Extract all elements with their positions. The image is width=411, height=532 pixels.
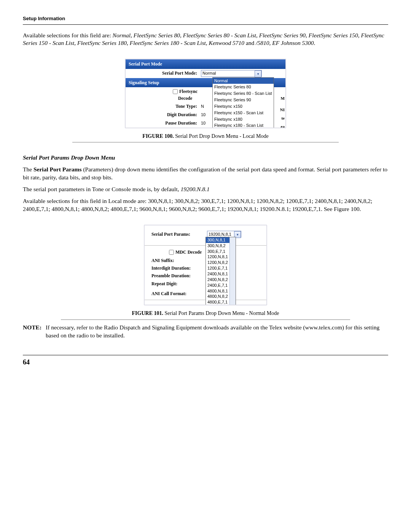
footer-divider	[23, 355, 388, 355]
dropdown-option[interactable]: Fleetsync x180	[213, 116, 274, 123]
ani-suffix-label: ANI Suffix:	[148, 257, 207, 264]
figure-100-caption: FIGURE 100. Serial Port Drop Down Menu -…	[23, 133, 388, 140]
dropdown-scrollbar[interactable]	[229, 237, 236, 305]
serial-port-params-dropdown[interactable]: 300,N,8,1 300,N,8,2 300,E,7,1 1200,N,8,1…	[206, 237, 236, 305]
paragraph-3: The serial port parameters in Tone or Co…	[23, 185, 388, 193]
serial-port-mode-label: Serial Port Mode:	[129, 70, 201, 76]
para2-prefix: The	[23, 166, 33, 173]
note-block: NOTE: If necessary, refer to the Radio D…	[23, 324, 388, 340]
paragraph-4: Available selections for this field in L…	[23, 197, 388, 213]
page-number: 64	[23, 358, 388, 367]
fleetsync-label: Fleetsync	[179, 88, 198, 94]
section-heading: Serial Port Params Drop Down Menu	[23, 154, 388, 162]
dropdown-option[interactable]: 9600,N,8,1	[206, 305, 236, 305]
dropdown-option[interactable]: Fleetsync x180 - Scan List	[213, 122, 274, 128]
serial-port-mode-select[interactable]: Normal ▾	[201, 70, 262, 77]
serial-port-params-value: 19200,N,8,1	[209, 232, 231, 237]
decode-label: Decode	[178, 95, 192, 101]
mdc-decode-checkbox[interactable]	[169, 250, 174, 255]
figure-100-prefix: FIGURE 100.	[142, 133, 174, 139]
mdc-decode-label: MDC Decode	[175, 249, 202, 255]
serial-port-mode-dropdown[interactable]: Normal Fleetsync Series 80 Fleetsync Ser…	[212, 77, 274, 128]
dropdown-option[interactable]: Fleetsync x150	[213, 103, 274, 110]
para1-prefix: Available selections for this field are:	[23, 32, 113, 38]
tone-type-value: N	[201, 104, 212, 109]
right-cutoff-text: M	[281, 96, 285, 101]
figure-100-separator	[72, 142, 339, 142]
fleetsync-checkbox[interactable]	[173, 89, 178, 94]
digit-duration-value: 10	[201, 112, 212, 118]
para2-bold: Serial Port Params	[33, 166, 82, 173]
figure-101-separator	[61, 320, 350, 320]
digit-duration-label: Digit Duration:	[129, 112, 201, 118]
dropdown-option[interactable]: Fleetsync Series 90	[213, 97, 274, 103]
para1-period: .	[314, 40, 315, 46]
note-label: NOTE:	[23, 324, 46, 340]
right-cutoff-text: te	[281, 115, 285, 121]
figure-101-caption: FIGURE 101. Serial Port Params Drop Down…	[23, 310, 388, 317]
note-text: If necessary, refer to the Radio Dispatc…	[46, 324, 388, 340]
dropdown-option[interactable]: Fleetsync Series 80 - Scan List	[213, 90, 274, 97]
dropdown-arrow-icon[interactable]: ▾	[255, 70, 261, 77]
figure-101: Serial Port Params: 19200,N,8,1 ▾ 300,N,…	[23, 225, 388, 320]
figure-100-panel: Serial Port Mode Serial Port Mode: Norma…	[125, 59, 286, 128]
section-header-serial-port-mode: Serial Port Mode	[126, 59, 285, 69]
header-divider	[23, 24, 388, 25]
figure-100-caption-text: Serial Port Drop Down Menu - Local Mode	[174, 133, 269, 139]
figure-100: Serial Port Mode Serial Port Mode: Norma…	[23, 59, 388, 142]
para1-and: and	[244, 40, 256, 46]
dropdown-option[interactable]: Fleetsync x150 - Scan List	[213, 110, 274, 116]
para3-default: 19200.N.8.1	[180, 186, 209, 192]
right-cutoff-text: ea	[281, 124, 285, 128]
interdigit-label: Interdigit Duration:	[148, 265, 207, 271]
repeat-digit-label: Repeat Digit:	[148, 281, 207, 287]
tone-type-label: Tone Type:	[129, 103, 201, 109]
dropdown-option[interactable]: Fleetsync Series 80	[213, 84, 274, 90]
running-header: Setup Information	[23, 15, 388, 22]
para1-italic-2: /5810, EF Johnson 5300	[256, 40, 314, 46]
paragraph-1: Available selections for this field are:…	[23, 32, 388, 48]
right-cutoff-text: NI	[280, 107, 285, 113]
pause-duration-label: Pause Duration:	[129, 120, 201, 126]
para3-text: The serial port parameters in Tone or Co…	[23, 186, 180, 192]
paragraph-2: The Serial Port Params (Parameters) drop…	[23, 166, 388, 182]
figure-101-panel: Serial Port Params: 19200,N,8,1 ▾ 300,N,…	[144, 225, 267, 305]
preamble-label: Preamble Duration:	[148, 273, 207, 279]
figure-101-caption-text: Serial Port Params Drop Down Menu - Norm…	[163, 310, 279, 316]
pause-duration-value: 10	[201, 120, 212, 126]
serial-port-mode-value: Normal	[202, 70, 216, 76]
dropdown-option[interactable]: Normal	[213, 78, 274, 84]
serial-port-params-label: Serial Port Params:	[148, 231, 207, 237]
ani-call-format-label: ANI Call Format:	[148, 291, 207, 297]
figure-101-prefix: FIGURE 101.	[132, 310, 163, 316]
